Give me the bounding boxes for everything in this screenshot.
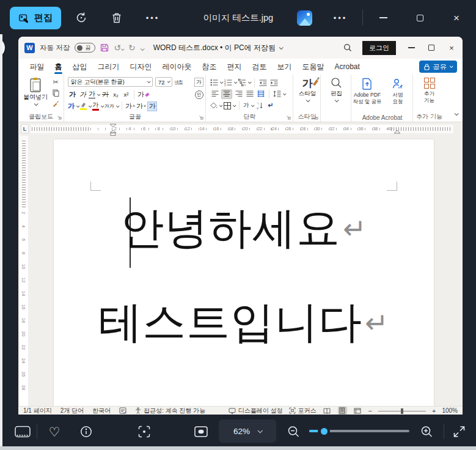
document-line-1[interactable]: 안녕하세요 ↵	[54, 199, 434, 257]
word-minimize-button[interactable]	[406, 47, 416, 48]
text-effects-button[interactable]: 가	[68, 101, 79, 111]
zoom-out-button[interactable]: −	[368, 407, 372, 415]
document-canvas[interactable]: 246810121416182022242628 안녕하세요 ↵ 테스트입니다 …	[18, 136, 463, 406]
increase-indent-button[interactable]	[269, 78, 279, 87]
ribbon-tab-4[interactable]: 디자인	[125, 59, 157, 75]
login-button[interactable]: 로그인	[362, 41, 396, 55]
paragraph-dialog-launcher[interactable]	[286, 115, 291, 120]
underline-button[interactable]: 가	[89, 90, 100, 100]
font-color-button[interactable]: 가	[92, 101, 103, 111]
character-border-button[interactable]: 가	[194, 78, 203, 87]
ribbon-tab-11[interactable]: Acrobat	[329, 59, 365, 75]
copy-button[interactable]	[53, 89, 59, 97]
undo-button[interactable]: ↺	[114, 43, 123, 52]
align-left-button[interactable]	[210, 89, 219, 99]
photos-app-icon[interactable]	[297, 10, 312, 26]
word-close-button[interactable]: ×	[447, 43, 456, 53]
delete-button[interactable]	[108, 9, 126, 27]
read-mode-button[interactable]	[323, 407, 332, 415]
text-direction-button[interactable]: 가	[243, 101, 254, 111]
request-signatures-button[interactable]: 서명요청	[383, 78, 413, 105]
zoom-percent[interactable]: 100%	[442, 407, 458, 414]
font-name-combo[interactable]: 맑은 고딕(본문 한글)	[68, 77, 153, 87]
shrink-font-button[interactable]: 가˅	[136, 101, 146, 111]
document-page[interactable]: 안녕하세요 ↵ 테스트입니다 ↵	[54, 139, 434, 406]
ribbon-tab-5[interactable]: 레이아웃	[157, 59, 197, 75]
slideshow-button[interactable]	[192, 426, 210, 437]
quick-access-toolbar-button[interactable]	[141, 43, 144, 52]
ribbon-tab-7[interactable]: 편지	[222, 59, 247, 75]
font-size-combo[interactable]: 72	[155, 77, 172, 87]
see-more-button[interactable]: •••	[331, 9, 350, 27]
autosave-toggle[interactable]: 끔	[75, 43, 95, 53]
favorite-button[interactable]: ♡	[45, 426, 64, 438]
accessibility-status-button[interactable]: 접근성: 계속 진행 가능	[135, 407, 205, 415]
zoom-slider-thumb[interactable]	[318, 425, 330, 437]
decrease-indent-button[interactable]	[258, 78, 268, 87]
line-spacing-button[interactable]	[273, 89, 285, 99]
right-indent-marker[interactable]	[394, 130, 401, 135]
subscript-button[interactable]: x₂	[111, 90, 120, 100]
sort-button[interactable]: ㄱㅎ	[255, 101, 265, 111]
minimize-button[interactable]	[374, 9, 392, 27]
word-count[interactable]: 2개 단어	[60, 407, 84, 415]
ribbon-tab-2[interactable]: 삽입	[67, 59, 92, 75]
language-status[interactable]: 한국어	[92, 407, 111, 415]
cut-button[interactable]: ✂	[53, 78, 58, 86]
document-line-2[interactable]: 테스트입니다 ↵	[54, 293, 434, 352]
rotate-button[interactable]	[72, 9, 90, 27]
zoom-level-dropdown[interactable]: 62%	[219, 419, 276, 443]
page-count[interactable]: 1/1 페이지	[23, 407, 52, 415]
fullscreen-button[interactable]	[450, 426, 467, 438]
numbering-button[interactable]: 123	[224, 78, 236, 87]
superscript-button[interactable]: x²	[122, 90, 131, 100]
addins-button[interactable]: 추가기능	[414, 78, 445, 103]
zoom-slider-thumb[interactable]	[401, 408, 403, 414]
focus-mode-button[interactable]: 포커스	[289, 407, 317, 415]
proofing-status-button[interactable]	[119, 407, 126, 414]
maximize-button[interactable]	[411, 9, 429, 27]
edit-image-button[interactable]: 편집	[10, 7, 61, 29]
create-pdf-button[interactable]: Adobe PDF작성 및 공유	[352, 78, 383, 105]
ribbon-tab-6[interactable]: 참조	[197, 59, 222, 75]
character-border-active-button[interactable]: 가	[147, 101, 157, 111]
filmstrip-button[interactable]	[12, 426, 33, 438]
share-button[interactable]: 공유	[419, 61, 457, 73]
tab-stop-selector[interactable]: L	[21, 124, 29, 133]
show-formatting-marks-button[interactable]: ↵	[266, 101, 276, 111]
align-center-button[interactable]	[221, 89, 232, 99]
grow-font-button[interactable]: 가˄	[125, 101, 135, 111]
styles-dialog-launcher[interactable]	[313, 115, 318, 120]
web-layout-button[interactable]	[353, 407, 362, 415]
zoom-slider[interactable]	[309, 430, 409, 432]
first-line-indent-marker[interactable]	[109, 124, 117, 128]
zoom-in-button[interactable]	[418, 426, 435, 438]
align-right-button[interactable]	[234, 89, 243, 99]
vertical-ruler[interactable]: 246810121416182022242628	[20, 136, 28, 406]
more-options-button[interactable]: •••	[144, 9, 162, 27]
print-layout-button[interactable]	[338, 407, 347, 415]
zoom-slider[interactable]	[378, 408, 426, 414]
collapse-ribbon-button[interactable]	[455, 107, 458, 118]
shading-button[interactable]	[210, 101, 222, 111]
horizontal-ruler[interactable]: 246810121416182022242628303234363840	[31, 125, 453, 133]
editing-button[interactable]: 편집	[321, 77, 351, 102]
justify-button[interactable]	[245, 89, 254, 99]
ribbon-tab-8[interactable]: 검토	[247, 59, 272, 75]
ribbon-tab-3[interactable]: 그리기	[92, 59, 125, 75]
display-settings-button[interactable]: 디스플레이 설정	[229, 407, 283, 415]
highlight-color-button[interactable]	[80, 101, 91, 111]
word-maximize-button[interactable]	[427, 45, 436, 51]
styles-button[interactable]: 가 스타일	[294, 76, 321, 102]
bullets-button[interactable]	[210, 78, 222, 87]
zoom-out-button[interactable]	[285, 426, 302, 438]
visual-search-button[interactable]	[135, 426, 153, 438]
italic-button[interactable]: 가	[78, 90, 87, 100]
ribbon-tab-1[interactable]: 홈	[49, 59, 67, 75]
hanging-indent-marker[interactable]	[109, 130, 117, 136]
enclose-characters-button[interactable]: 인	[195, 90, 203, 99]
borders-button[interactable]	[224, 101, 235, 111]
ribbon-tab-10[interactable]: 도움말	[297, 59, 329, 75]
ribbon-tab-0[interactable]: 파일	[24, 59, 49, 75]
strikethrough-button[interactable]: 가	[101, 90, 110, 100]
